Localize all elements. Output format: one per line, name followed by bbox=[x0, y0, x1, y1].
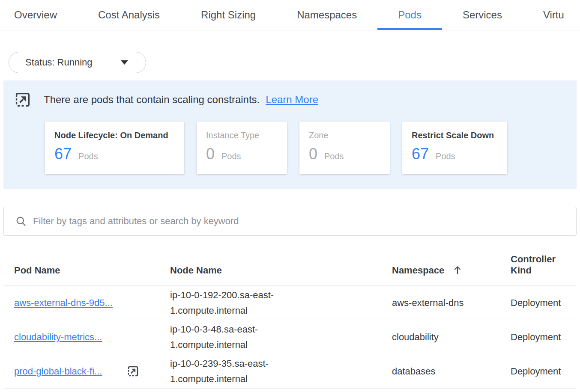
pods-table: Pod Name Node Name Namespace Controller … bbox=[0, 236, 580, 389]
table-row: cloudability-metrics... ip-10-0-3-48.sa-… bbox=[3, 320, 577, 354]
card-unit: Pods bbox=[324, 151, 344, 161]
scaling-constraint-icon bbox=[14, 91, 31, 108]
card-title: Instance Type bbox=[206, 131, 278, 140]
card-unit: Pods bbox=[221, 151, 241, 161]
banner-message: There are pods that contain scaling cons… bbox=[44, 94, 260, 106]
scaling-constraints-banner: There are pods that contain scaling cons… bbox=[3, 80, 577, 189]
card-instance-type[interactable]: Instance Type 0 Pods bbox=[197, 122, 287, 174]
card-zone[interactable]: Zone 0 Pods bbox=[299, 122, 390, 174]
card-title: Restrict Scale Down bbox=[412, 131, 498, 140]
filter-row: Status: Running bbox=[9, 52, 580, 73]
card-restrict-scale-down[interactable]: Restrict Scale Down 67 Pods bbox=[402, 122, 507, 174]
namespace-cell: databases bbox=[392, 364, 465, 379]
node-name-cell: ip-10-0-192-200.sa-east-1.compute.intern… bbox=[170, 288, 287, 318]
search-input[interactable] bbox=[33, 216, 568, 227]
tab-virtual[interactable]: Virtu bbox=[523, 0, 580, 30]
scaling-constraint-icon bbox=[127, 365, 139, 377]
namespace-cell: cloudability bbox=[392, 330, 465, 345]
tab-bar: Overview Cost Analysis Right Sizing Name… bbox=[0, 0, 580, 30]
card-unit: Pods bbox=[436, 151, 455, 161]
search-icon bbox=[15, 216, 27, 227]
column-header-namespace-label: Namespace bbox=[392, 265, 444, 276]
card-unit: Pods bbox=[78, 151, 98, 161]
tab-pods[interactable]: Pods bbox=[377, 0, 442, 30]
column-header-controller-kind[interactable]: Controller Kind bbox=[511, 254, 577, 276]
column-header-node-name[interactable]: Node Name bbox=[170, 265, 392, 276]
tab-overview[interactable]: Overview bbox=[0, 0, 78, 30]
status-filter-label: Status: Running bbox=[25, 57, 93, 68]
learn-more-link[interactable]: Learn More bbox=[266, 94, 318, 106]
sort-ascending-icon[interactable] bbox=[453, 265, 462, 276]
status-filter-dropdown[interactable]: Status: Running bbox=[9, 52, 146, 73]
card-count: 67 bbox=[54, 145, 72, 163]
pod-name-link[interactable]: cloudability-metrics... bbox=[14, 332, 102, 343]
constraint-cards: Node Lifecycle: On Demand 67 Pods Instan… bbox=[45, 122, 577, 174]
controller-kind-cell: Deployment bbox=[511, 295, 577, 311]
tab-services[interactable]: Services bbox=[442, 0, 523, 30]
controller-kind-cell: Deployment bbox=[511, 364, 577, 379]
tab-right-sizing[interactable]: Right Sizing bbox=[180, 0, 276, 30]
column-header-pod-name[interactable]: Pod Name bbox=[14, 265, 170, 276]
tab-cost-analysis[interactable]: Cost Analysis bbox=[78, 0, 180, 30]
namespace-cell: aws-external-dns bbox=[392, 295, 465, 311]
card-count: 0 bbox=[206, 145, 215, 163]
card-count: 0 bbox=[309, 145, 317, 163]
pod-name-link[interactable]: aws-external-dns-9d5... bbox=[14, 297, 113, 309]
tab-namespaces[interactable]: Namespaces bbox=[276, 0, 377, 30]
node-name-cell: ip-10-0-239-35.sa-east-1.compute.interna… bbox=[170, 356, 287, 387]
card-node-lifecycle[interactable]: Node Lifecycle: On Demand 67 Pods bbox=[45, 122, 184, 174]
chevron-down-icon bbox=[121, 60, 128, 65]
column-header-namespace[interactable]: Namespace bbox=[392, 265, 511, 276]
card-count: 67 bbox=[412, 145, 429, 163]
pod-name-link[interactable]: prod-global-black-fi... bbox=[14, 366, 102, 377]
table-header-row: Pod Name Node Name Namespace Controller … bbox=[3, 236, 577, 286]
table-row: prod-global-black-fi... ip-10-0-239-35.s… bbox=[3, 354, 577, 389]
search-bar bbox=[3, 207, 577, 236]
table-row: aws-external-dns-9d5... ip-10-0-192-200.… bbox=[3, 286, 577, 320]
card-title: Node Lifecycle: On Demand bbox=[54, 131, 175, 140]
card-title: Zone bbox=[309, 131, 380, 140]
node-name-cell: ip-10-0-3-48.sa-east-1.compute.internal bbox=[170, 322, 287, 353]
controller-kind-cell: Deployment bbox=[511, 330, 577, 345]
